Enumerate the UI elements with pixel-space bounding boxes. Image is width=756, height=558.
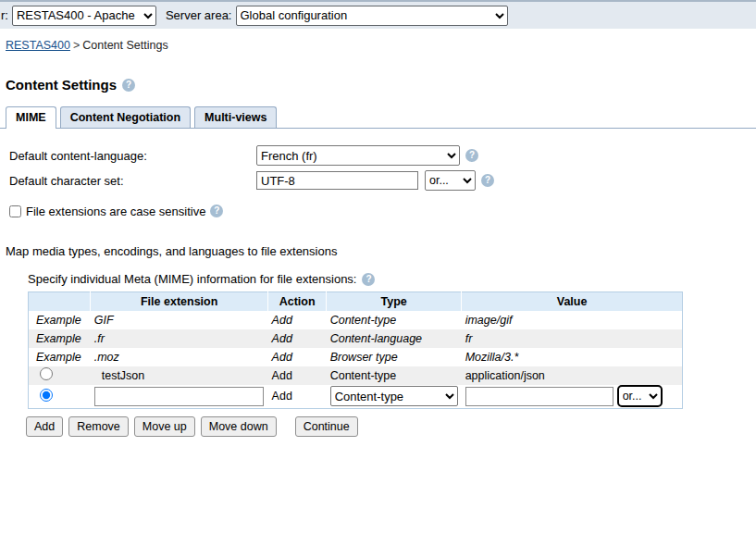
map-section-text: Map media types, encodings, and language… [6,244,756,258]
header-file-extension: File extension [91,292,268,311]
example-row-fr: Example .fr Add Content-language fr [29,329,683,348]
new-entry-row: Add Content-type or... [29,385,683,409]
row-tag: Example [29,311,91,329]
content-language-row: Default content-language: French (fr) ? [9,144,756,167]
tab-mime[interactable]: MIME [6,106,56,129]
case-sensitive-label: File extensions are case sensitive [26,205,205,218]
row-action: Add [268,311,327,329]
content-language-label: Default content-language: [9,149,256,163]
help-icon-content-language[interactable]: ? [465,149,478,162]
example-row-gif: Example GIF Add Content-type image/gif [29,311,683,329]
specify-text: Specify individual Meta (MIME) informati… [28,272,356,286]
breadcrumb-separator: > [73,39,80,52]
row-type: Browser type [327,348,462,366]
title-row: Content Settings ? [6,77,756,93]
server-area-label: Server area: [166,8,232,22]
add-button[interactable]: Add [26,416,63,437]
new-value-cell: or... [462,385,683,409]
row-value: image/gif [462,311,683,329]
table-button-row: Add Remove Move up Move down Continue [26,416,756,437]
row-action: Add [268,329,327,348]
row-ext: .fr [91,329,268,348]
breadcrumb: RESTAS400>Content Settings [0,29,756,52]
server-area-select[interactable]: Global configuration [236,6,508,26]
new-type-cell: Content-type [327,385,462,409]
row-ext: testJson [91,366,268,385]
charset-label: Default character set: [9,174,256,188]
row-select-radio-checked[interactable] [40,389,53,402]
case-sensitive-row: File extensions are case sensitive ? [9,200,756,222]
server-selection-bar: r: RESTAS400 - Apache Server area: Globa… [0,0,756,29]
page-title: Content Settings [6,77,117,93]
mime-form: Default content-language: French (fr) ? … [9,144,756,222]
row-action: Add [268,385,327,409]
case-sensitive-checkbox[interactable] [9,205,21,217]
row-action: Add [268,366,327,385]
row-tag: Example [29,348,91,366]
help-icon-case-sensitive[interactable]: ? [210,205,223,217]
row-ext: .moz [91,348,268,366]
row-tag: Example [29,329,91,348]
help-icon-title[interactable]: ? [122,79,135,92]
row-select-cell [29,385,91,409]
charset-input[interactable] [256,171,418,190]
row-type: Content-type [327,311,462,329]
header-blank [29,292,91,311]
header-action: Action [268,292,327,311]
row-action: Add [268,348,327,366]
remove-button[interactable]: Remove [68,416,129,437]
help-icon-charset[interactable]: ? [481,174,494,187]
breadcrumb-link-server[interactable]: RESTAS400 [6,39,70,52]
row-select-cell [29,366,91,385]
tab-content-negotiation[interactable]: Content Negotiation [60,106,191,128]
charset-row: Default character set: or... ? [9,169,756,192]
row-value: Mozilla/3.* [462,348,683,366]
row-type: Content-language [327,329,462,348]
header-value: Value [462,292,683,311]
tab-bar: MIME Content Negotiation Multi-views [0,106,756,129]
value-or-select[interactable]: or... [617,385,663,407]
table-header-row: File extension Action Type Value [29,292,683,311]
value-input[interactable] [465,387,613,406]
mime-table: File extension Action Type Value Example… [28,291,683,409]
move-up-button[interactable]: Move up [134,416,195,437]
row-ext: GIF [91,311,268,329]
row-select-radio[interactable] [40,367,53,380]
content-language-select[interactable]: French (fr) [256,145,460,166]
row-value: fr [462,329,683,348]
file-extension-input[interactable] [94,387,264,406]
data-row-testjson: testJson Add Content-type application/js… [29,366,683,385]
new-ext-cell [91,385,268,409]
help-icon-specify[interactable]: ? [362,273,375,286]
server-select[interactable]: RESTAS400 - Apache [12,6,156,26]
row-type: Content-type [327,366,462,385]
type-select[interactable]: Content-type [330,386,458,406]
example-row-moz: Example .moz Add Browser type Mozilla/3.… [29,348,683,366]
breadcrumb-current: Content Settings [82,39,167,52]
charset-or-select[interactable]: or... [425,170,476,191]
tab-multi-views[interactable]: Multi-views [194,106,277,128]
move-down-button[interactable]: Move down [201,416,277,437]
server-label-truncated: r: [1,8,8,22]
row-value: application/json [462,366,683,385]
header-type: Type [327,292,462,311]
continue-button[interactable]: Continue [295,416,358,437]
specify-row: Specify individual Meta (MIME) informati… [28,272,756,286]
